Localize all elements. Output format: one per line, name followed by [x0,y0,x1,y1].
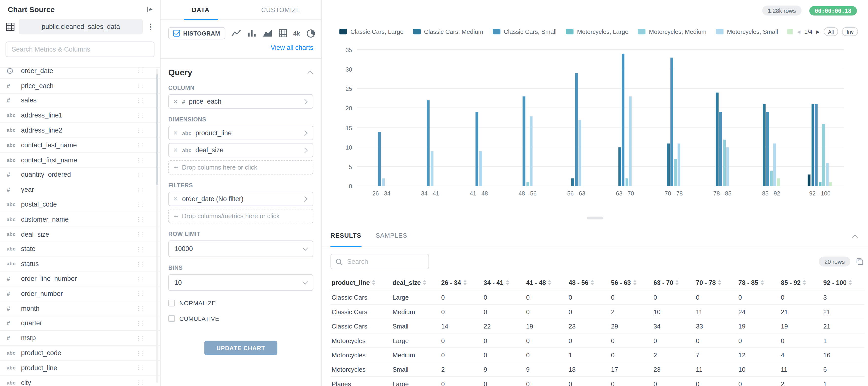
drag-handle-icon[interactable]: ⋮⋮ [135,83,145,89]
histogram-bar[interactable] [618,147,621,186]
legend-prev-icon[interactable]: ◀ [797,29,800,34]
legend-item[interactable]: Motorcycles, Small [716,28,778,35]
histogram-bar[interactable] [629,96,632,186]
histogram-bar[interactable] [622,54,625,186]
histogram-bar[interactable] [822,124,825,186]
column-header[interactable]: 26 - 34 [440,275,483,290]
dataset-menu-icon[interactable]: ⋮ [147,22,154,31]
drag-handle-icon[interactable]: ⋮⋮ [135,365,145,371]
drag-handle-icon[interactable]: ⋮⋮ [135,201,145,208]
bins-select[interactable]: 10 [168,274,313,291]
legend-item[interactable]: Planes, Large [787,28,793,35]
remove-option-icon[interactable]: × [169,146,182,154]
column-item[interactable]: #quantity_ordered⋮⋮ [0,168,160,182]
column-item[interactable]: abcpostal_code⋮⋮ [0,198,160,212]
histogram-bar[interactable] [479,151,482,186]
tab-samples[interactable]: SAMPLES [376,224,407,246]
column-item[interactable]: abccontact_last_name⋮⋮ [0,138,160,153]
column-header[interactable]: 48 - 56 [567,275,610,290]
column-header[interactable]: deal_size [391,275,440,290]
histogram-bar[interactable] [575,73,578,186]
normalize-checkbox[interactable]: NORMALIZE [168,300,313,306]
results-search-input[interactable] [346,257,424,266]
legend-item[interactable]: Classic Cars, Small [493,28,557,35]
tab-results[interactable]: RESULTS [331,224,361,246]
pie-chart-icon[interactable] [306,29,315,38]
column-item[interactable]: abccustomer_name⋮⋮ [0,212,160,227]
tab-data[interactable]: DATA [160,0,241,20]
legend-item[interactable]: Classic Cars, Medium [413,28,483,35]
drag-handle-icon[interactable]: ⋮⋮ [135,231,145,237]
legend-inv-button[interactable]: Inv [842,27,858,36]
dimension-option[interactable]: × abc product_line [168,126,313,140]
drag-handle-icon[interactable]: ⋮⋮ [135,335,145,341]
column-header[interactable]: product_line [331,275,391,290]
legend-item[interactable]: Classic Cars, Large [339,28,403,35]
histogram-bar[interactable] [818,182,821,186]
remove-option-icon[interactable]: × [169,195,182,203]
columns-scrollbar[interactable] [156,69,158,383]
drag-handle-icon[interactable]: ⋮⋮ [135,127,145,133]
collapse-panel-icon[interactable] [146,6,153,13]
column-item[interactable]: #quarter⋮⋮ [0,316,160,331]
histogram-bar[interactable] [579,120,581,186]
histogram-bar[interactable] [719,112,722,186]
column-header[interactable]: 70 - 78 [695,275,737,290]
remove-option-icon[interactable]: × [169,97,182,105]
drag-handle-icon[interactable]: ⋮⋮ [135,68,145,74]
histogram-bar[interactable] [808,175,810,186]
drag-handle-icon[interactable]: ⋮⋮ [135,276,145,282]
drag-handle-icon[interactable]: ⋮⋮ [135,380,145,386]
dataset-selector[interactable]: public.cleaned_sales_data [19,19,143,34]
column-item[interactable]: #order_line_number⋮⋮ [0,271,160,286]
dimension-option[interactable]: × abc deal_size [168,143,313,157]
column-item[interactable]: order_date⋮⋮ [0,67,160,79]
histogram-bar[interactable] [716,93,718,186]
histogram-bar[interactable] [427,100,430,186]
drag-handle-icon[interactable]: ⋮⋮ [135,97,145,103]
drag-handle-icon[interactable]: ⋮⋮ [135,291,145,297]
histogram-bar[interactable] [826,163,828,186]
pane-resize-handle[interactable] [586,217,603,219]
histogram-bar[interactable] [571,178,574,186]
histogram-bar[interactable] [382,178,384,186]
remove-option-icon[interactable]: × [169,129,182,137]
viz-type-histogram-button[interactable]: HISTOGRAM [168,27,225,39]
column-item[interactable]: abccontact_first_name⋮⋮ [0,153,160,168]
column-header[interactable]: 78 - 85 [737,275,780,290]
column-item[interactable]: #month⋮⋮ [0,301,160,316]
column-header[interactable]: 41 - 48 [525,275,567,290]
histogram-bar[interactable] [526,182,529,186]
column-item[interactable]: abcstatus⋮⋮ [0,257,160,271]
legend-item[interactable]: Motorcycles, Large [566,28,628,35]
column-item[interactable]: abcdeal_size⋮⋮ [0,227,160,242]
column-option[interactable]: × # price_each [168,94,313,109]
drag-handle-icon[interactable]: ⋮⋮ [135,216,145,222]
drag-handle-icon[interactable]: ⋮⋮ [135,142,145,148]
drag-handle-icon[interactable]: ⋮⋮ [135,305,145,311]
legend-item[interactable]: Motorcycles, Medium [638,28,707,35]
histogram-bar[interactable] [674,159,677,186]
filter-option[interactable]: × order_date (No filter) [168,192,313,206]
histogram-bar[interactable] [766,112,769,186]
column-item[interactable]: #price_each⋮⋮ [0,79,160,93]
histogram-bar[interactable] [667,143,670,186]
column-header[interactable]: 92 - 100 [822,275,865,290]
drag-handle-icon[interactable]: ⋮⋮ [135,157,145,163]
drag-handle-icon[interactable]: ⋮⋮ [135,350,145,356]
column-item[interactable]: #order_number⋮⋮ [0,287,160,301]
column-item[interactable]: abcstate⋮⋮ [0,242,160,257]
histogram-bar[interactable] [678,143,680,186]
histogram-bar[interactable] [476,112,478,186]
drag-handle-icon[interactable]: ⋮⋮ [135,320,145,326]
column-item[interactable]: abcaddress_line2⋮⋮ [0,123,160,138]
big-number-chart-icon[interactable]: 4k [293,30,300,36]
legend-next-icon[interactable]: ▶ [816,29,820,34]
histogram-bar[interactable] [763,105,765,186]
cumulative-checkbox[interactable]: CUMULATIVE [168,315,313,322]
metrics-search-input[interactable] [5,41,154,57]
line-chart-icon[interactable] [231,29,241,38]
filters-dropzone[interactable]: + Drop columns/metrics here or click [168,209,313,223]
histogram-bar[interactable] [723,140,725,186]
column-header[interactable]: 34 - 41 [483,275,525,290]
